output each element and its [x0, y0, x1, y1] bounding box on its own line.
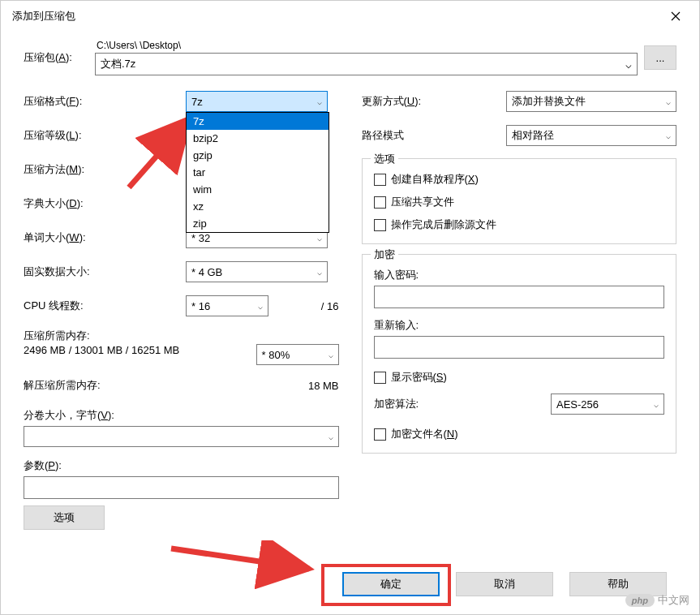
- password-label: 输入密码:: [374, 268, 665, 282]
- chevron-down-icon: ⌵: [666, 97, 671, 106]
- chevron-down-icon: ⌵: [317, 97, 322, 106]
- archive-filename-value: 文档.7z: [101, 57, 135, 71]
- shared-checkbox[interactable]: [374, 196, 386, 209]
- encrypt-fieldset-title: 加密: [371, 247, 398, 262]
- format-option-xz[interactable]: xz: [187, 198, 329, 215]
- archive-path-block: C:\Users\ \Desktop\ 文档.7z ⌵: [95, 40, 638, 75]
- options-fieldset: 选项 创建自释放程序(X) 压缩共享文件 操作完成后删除源文件: [362, 158, 677, 244]
- shared-check-row[interactable]: 压缩共享文件: [374, 195, 665, 209]
- params-input[interactable]: [24, 476, 339, 499]
- format-dropdown[interactable]: 7z bzip2 gzip tar wim xz zip: [186, 112, 329, 233]
- dialog-content: 压缩包(A): C:\Users\ \Desktop\ 文档.7z ⌵ ... …: [1, 32, 699, 538]
- mem-decompress-label: 解压缩所需内存:: [24, 378, 186, 393]
- method-label: 压缩方法(M):: [24, 162, 186, 177]
- mem-compress-value: 2496 MB / 13001 MB / 16251 MB: [24, 344, 179, 356]
- enc-method-label: 加密算法:: [374, 397, 419, 411]
- mem-compress-label: 压缩所需内存:: [24, 329, 339, 343]
- archive-label: 压缩包(A):: [24, 50, 88, 65]
- password-input[interactable]: [374, 286, 665, 308]
- enc-method-value: AES-256: [556, 398, 599, 411]
- watermark: php 中文网: [625, 593, 689, 608]
- pathmode-combo[interactable]: 相对路径 ⌵: [506, 125, 676, 146]
- window-title: 添加到压缩包: [12, 9, 75, 24]
- mem-percent-combo[interactable]: * 80% ⌵: [256, 344, 339, 365]
- archive-path-text: C:\Users\ \Desktop\: [95, 40, 638, 51]
- delete-check-row[interactable]: 操作完成后删除源文件: [374, 217, 665, 232]
- delete-checkbox[interactable]: [374, 219, 386, 231]
- pathmode-value: 相对路径: [512, 128, 554, 143]
- sfx-check-row[interactable]: 创建自释放程序(X): [374, 172, 665, 187]
- format-option-7z[interactable]: 7z: [187, 113, 329, 130]
- level-label: 压缩等级(L):: [24, 128, 186, 143]
- columns: 压缩格式(F): 7z ⌵ 7z bzip2 gzip tar wim xz z…: [24, 90, 676, 530]
- chevron-down-icon: ⌵: [625, 58, 632, 71]
- cpu-after: / 16: [321, 300, 339, 312]
- showpwd-checkbox[interactable]: [374, 372, 386, 384]
- close-button[interactable]: [663, 4, 688, 28]
- solid-row: 固实数据大小: * 4 GB ⌵: [24, 260, 339, 283]
- mem-percent-value: * 80%: [262, 349, 290, 361]
- mem-decompress-value: 18 MB: [308, 380, 339, 392]
- update-row: 更新方式(U): 添加并替换文件 ⌵: [362, 90, 677, 113]
- left-column: 压缩格式(F): 7z ⌵ 7z bzip2 gzip tar wim xz z…: [24, 90, 339, 530]
- sfx-checkbox[interactable]: [374, 174, 386, 186]
- word-value: * 32: [191, 232, 210, 244]
- chevron-down-icon: ⌵: [317, 268, 322, 277]
- split-combo[interactable]: ⌵: [24, 426, 339, 447]
- showpwd-check-row[interactable]: 显示密码(S): [374, 370, 665, 385]
- update-combo[interactable]: 添加并替换文件 ⌵: [506, 91, 676, 112]
- watermark-text: 中文网: [658, 593, 689, 608]
- close-icon: [671, 11, 681, 21]
- browse-button[interactable]: ...: [644, 45, 676, 70]
- chevron-down-icon: ⌵: [329, 432, 333, 441]
- format-option-tar[interactable]: tar: [187, 164, 329, 181]
- cancel-button[interactable]: 取消: [456, 572, 553, 596]
- titlebar: 添加到压缩包: [1, 1, 699, 32]
- chevron-down-icon: ⌵: [317, 234, 322, 243]
- solid-label: 固实数据大小:: [24, 264, 186, 279]
- split-label: 分卷大小，字节(V):: [24, 408, 339, 423]
- encrypt-fieldset: 加密 输入密码: 重新输入: 显示密码(S) 加密算法:: [362, 254, 677, 454]
- pathmode-label: 路径模式: [362, 128, 475, 143]
- archive-filename-input[interactable]: 文档.7z ⌵: [95, 53, 638, 75]
- watermark-badge: php: [625, 594, 655, 607]
- format-option-gzip[interactable]: gzip: [187, 147, 329, 164]
- chevron-down-icon: ⌵: [258, 302, 263, 311]
- cpu-value: * 16: [191, 300, 210, 312]
- format-row: 压缩格式(F): 7z ⌵ 7z bzip2 gzip tar wim xz z…: [24, 90, 339, 113]
- word-label: 单词大小(W):: [24, 230, 186, 245]
- right-column: 更新方式(U): 添加并替换文件 ⌵ 路径模式 相对路径 ⌵ 选项: [362, 90, 677, 530]
- format-value: 7z: [191, 96, 203, 108]
- dict-label: 字典大小(D):: [24, 196, 186, 211]
- format-label: 压缩格式(F):: [24, 94, 186, 109]
- ok-button[interactable]: 确定: [342, 572, 440, 596]
- mem-decompress-row: 解压缩所需内存: 18 MB: [24, 374, 339, 397]
- format-combo[interactable]: 7z ⌵ 7z bzip2 gzip tar wim xz zip: [186, 91, 328, 112]
- encnames-checkbox[interactable]: [374, 428, 386, 441]
- params-label: 参数(P):: [24, 458, 339, 473]
- cpu-row: CPU 线程数: * 16 ⌵ / 16: [24, 295, 339, 317]
- cpu-combo[interactable]: * 16 ⌵: [186, 295, 268, 316]
- pathmode-row: 路径模式 相对路径 ⌵: [362, 124, 677, 147]
- update-label: 更新方式(U):: [362, 94, 475, 109]
- update-value: 添加并替换文件: [512, 94, 586, 109]
- password2-label: 重新输入:: [374, 318, 665, 333]
- chevron-down-icon: ⌵: [666, 131, 671, 140]
- archive-row: 压缩包(A): C:\Users\ \Desktop\ 文档.7z ⌵ ...: [24, 40, 676, 75]
- dialog-window: 添加到压缩包 压缩包(A): C:\Users\ \Desktop\ 文档.7z…: [0, 0, 700, 615]
- format-option-zip[interactable]: zip: [187, 215, 329, 232]
- format-option-wim[interactable]: wim: [187, 181, 329, 198]
- options-fieldset-title: 选项: [371, 152, 398, 166]
- options-button[interactable]: 选项: [24, 505, 105, 530]
- format-option-bzip2[interactable]: bzip2: [187, 130, 329, 147]
- password2-input[interactable]: [374, 336, 665, 359]
- solid-combo[interactable]: * 4 GB ⌵: [186, 261, 328, 282]
- chevron-down-icon: ⌵: [654, 400, 659, 409]
- chevron-down-icon: ⌵: [329, 351, 333, 359]
- solid-value: * 4 GB: [191, 266, 222, 278]
- cpu-label: CPU 线程数:: [24, 299, 186, 313]
- dialog-footer: 确定 取消 帮助: [1, 572, 699, 596]
- encnames-check-row[interactable]: 加密文件名(N): [374, 427, 665, 441]
- enc-method-combo[interactable]: AES-256 ⌵: [551, 394, 664, 415]
